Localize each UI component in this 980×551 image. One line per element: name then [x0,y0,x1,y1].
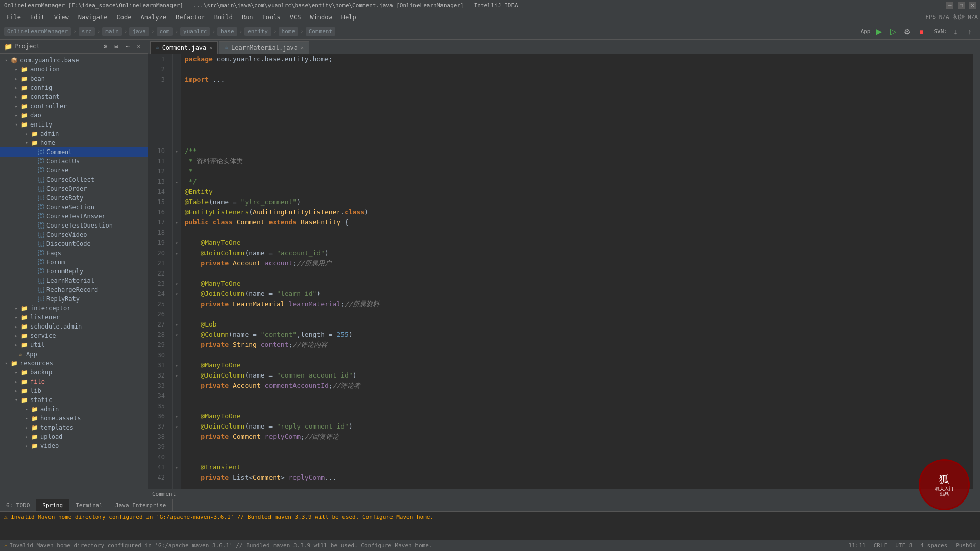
java-class-icon: 🇨 [37,277,45,285]
tab-learnmaterial-java[interactable]: ☕ LearnMaterial.java ✕ [219,41,309,54]
tree-item-upload[interactable]: ▸ 📁 upload [0,432,148,441]
tree-item-backup[interactable]: ▸ 📁 backup [0,368,148,377]
tree-item-video[interactable]: ▸ 📁 video [0,441,148,450]
menu-analyze[interactable]: Analyze [136,13,170,22]
collapse-all-icon[interactable]: ⊟ [112,42,121,51]
tree-item-forumreply[interactable]: 🇨 ForumReply [0,267,148,276]
breadcrumb-project[interactable]: OnlineLearnManager [4,27,71,36]
expand-arrow: ▸ [22,433,31,441]
tree-item-courseraty[interactable]: 🇨 CourseRaty [0,193,148,203]
tree-item-learnmaterial[interactable]: 🇨 LearnMaterial [0,276,148,285]
menu-file[interactable]: File [2,13,25,22]
menu-help[interactable]: Help [337,13,360,22]
java-class-icon: 🇨 [37,258,45,266]
tree-item-constant[interactable]: ▸ 📁 constant [0,92,148,102]
expand-arrow [33,267,37,276]
sync-icon[interactable]: ⚙ [101,42,110,51]
tab-label: 6: TODO [6,502,30,509]
window-controls[interactable]: ─ □ ✕ [946,2,976,9]
menu-build[interactable]: Build [210,13,237,22]
tree-item-home[interactable]: ▾ 📁 home [0,138,148,147]
tree-item-service[interactable]: ▸ 📁 service [0,331,148,340]
run-button[interactable]: ▶ [873,26,885,38]
tree-item-file[interactable]: ▸ 📁 file [0,377,148,386]
menu-refactor[interactable]: Refactor [172,13,209,22]
breadcrumb-java[interactable]: java [129,27,149,36]
breadcrumb-entity[interactable]: entity [244,27,271,36]
tree-item-coursevideo[interactable]: 🇨 CourseVideo [0,230,148,239]
tree-item-admin[interactable]: ▸ 📁 admin [0,129,148,138]
breadcrumb-src[interactable]: src [79,27,95,36]
tree-item-replyraty[interactable]: 🇨 ReplyRaty [0,294,148,304]
close-button[interactable]: ✕ [969,2,976,9]
tree-item-forum[interactable]: 🇨 Forum [0,258,148,267]
bottom-tab-terminal[interactable]: Terminal [69,499,109,511]
tree-item-faqs[interactable]: 🇨 Faqs [0,248,148,258]
breadcrumb-yuanlrc[interactable]: yuanlrc [180,27,210,36]
fps-display: FPS N/A [925,14,949,20]
breadcrumb-com[interactable]: com [157,27,173,36]
tree-item-static-admin[interactable]: ▸ 📁 admin [0,405,148,414]
bottom-tab-java-enterprise[interactable]: Java Enterprise [109,499,173,511]
tree-item-config[interactable]: ▸ 📁 config [0,83,148,92]
tree-item-app[interactable]: ☕ App [0,349,148,359]
code-line-6 [185,105,969,115]
tree-item-schedule-admin[interactable]: ▸ 📁 schedule.admin [0,322,148,331]
code-editor[interactable]: package com.yuanlrc.base.entity.home; im… [181,54,973,489]
minimize-button[interactable]: ─ [946,2,953,9]
gear-icon[interactable]: ⋯ [123,42,132,51]
tree-item-comment[interactable]: 🇨 Comment [0,147,148,157]
menu-view[interactable]: View [50,13,73,22]
tree-item-coursetestanswer[interactable]: 🇨 CourseTestAnswer [0,212,148,221]
tree-item-courseorder[interactable]: 🇨 CourseOrder [0,184,148,193]
build-button[interactable]: ⚙ [901,26,914,38]
tree-item-listener[interactable]: ▸ 📁 listener [0,313,148,322]
debug-button[interactable]: ▷ [887,26,899,38]
menu-navigate[interactable]: Navigate [74,13,112,22]
tree-item-course[interactable]: 🇨 Course [0,166,148,175]
menu-edit[interactable]: Edit [26,13,49,22]
bottom-tab-spring[interactable]: Spring [36,499,69,511]
menu-window[interactable]: Window [306,13,336,22]
maximize-button[interactable]: □ [958,2,965,9]
tree-item-bean[interactable]: ▸ 📁 bean [0,74,148,83]
breadcrumb-comment[interactable]: Comment [306,27,335,36]
tree-item-util[interactable]: ▸ 📁 util [0,340,148,349]
warning-text: ⚠ Invalid Maven home directory configure… [4,514,433,520]
menu-tools[interactable]: Tools [258,13,285,22]
tree-item-coursecollect[interactable]: 🇨 CourseCollect [0,175,148,184]
menu-run[interactable]: Run [238,13,257,22]
menu-vcs[interactable]: VCS [286,13,305,22]
code-line-22 [185,268,969,279]
tree-item-interceptor[interactable]: ▸ 📁 interceptor [0,304,148,313]
bottom-tab-todo[interactable]: 6: TODO [0,499,36,511]
tree-item-rechargerecord[interactable]: 🇨 RechargeRecord [0,285,148,294]
tree-item-annotion[interactable]: ▸ 📁 annotion [0,65,148,74]
menu-code[interactable]: Code [113,13,136,22]
tree-item-controller[interactable]: ▸ 📁 controller [0,102,148,111]
code-line-20: @JoinColumn(name = "account_id") [185,248,969,258]
tree-item-templates[interactable]: ▸ 📁 templates [0,423,148,432]
breadcrumb-home[interactable]: home [279,27,299,36]
tab-comment-java[interactable]: ☕ Comment.java ✕ [150,41,218,54]
tree-item-lib[interactable]: ▸ 📁 lib [0,386,148,395]
tree-item-com-yuanlrc-base[interactable]: ▾ 📦 com.yuanlrc.base [0,56,148,65]
stop-button[interactable]: ■ [916,26,928,38]
tree-item-resources[interactable]: ▾ 📁 resources [0,359,148,368]
breadcrumb-main[interactable]: main [102,27,122,36]
breadcrumb-base[interactable]: base [217,27,237,36]
tree-item-coursetestquestion[interactable]: 🇨 CourseTestQuestion [0,221,148,230]
tree-item-static[interactable]: ▾ 📁 static [0,395,148,405]
tree-item-home-assets[interactable]: ▸ 📁 home.assets [0,414,148,423]
svn-update-button[interactable]: ↓ [949,26,962,38]
tree-item-contactus[interactable]: 🇨 ContactUs [0,157,148,166]
tab-close-button[interactable]: ✕ [301,45,304,51]
close-sidebar-icon[interactable]: ✕ [134,42,143,51]
tree-item-coursesection[interactable]: 🇨 CourseSection [0,203,148,212]
tab-close-button[interactable]: ✕ [209,45,212,51]
svn-commit-button[interactable]: ↑ [964,26,976,38]
tree-item-dao[interactable]: ▸ 📁 dao [0,111,148,120]
expand-arrow [33,258,37,266]
tree-item-discountcode[interactable]: 🇨 DiscountCode [0,239,148,248]
tree-item-entity[interactable]: ▾ 📁 entity [0,120,148,129]
